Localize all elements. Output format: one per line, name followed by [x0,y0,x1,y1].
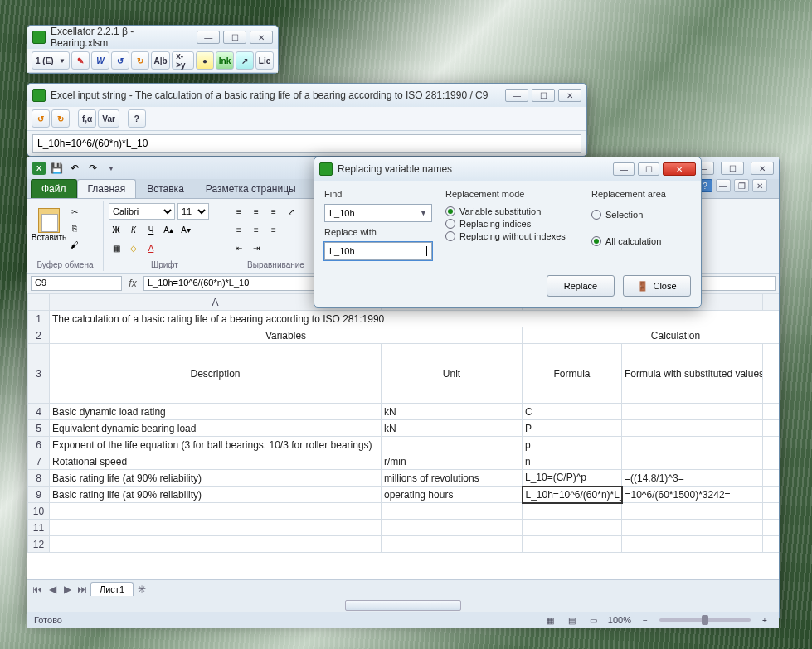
cell[interactable]: Description [50,344,382,404]
undo-icon[interactable]: ↺ [111,51,129,70]
row-header[interactable]: 1 [28,311,50,327]
cell[interactable]: Equivalent dynamic bearing load [50,420,382,437]
cell[interactable]: operating hours [382,487,523,503]
titlebar[interactable]: Replacing variable names — ☐ ✕ [314,157,701,181]
cell[interactable]: Formula with substituted values [622,344,763,404]
row-header[interactable]: 11 [28,520,50,536]
horizontal-scrollbar[interactable] [27,598,779,612]
tool-fa-button[interactable]: f,α [78,109,96,128]
row-header[interactable]: 7 [28,453,50,470]
tab-home[interactable]: Главная [77,179,137,198]
doc-close-button[interactable]: ✕ [752,179,767,192]
paste-button[interactable]: Вставить [32,202,66,247]
tab-insert[interactable]: Вставка [136,179,195,198]
row-header[interactable]: 5 [28,420,50,437]
cell[interactable] [382,536,523,553]
cell[interactable] [382,520,523,536]
align-top-icon[interactable]: ≡ [231,204,246,219]
maximize-button[interactable]: ☐ [532,89,555,102]
row-header[interactable]: 10 [28,503,50,520]
cell[interactable]: The calculation of a basic rating life o… [50,311,780,327]
cell[interactable]: 1500 [763,453,780,470]
fx-icon[interactable]: fx [125,278,140,289]
cell[interactable]: L_10h=10^6/(60*n)*L_10 [523,487,622,503]
font-name-select[interactable]: Calibri [109,203,175,220]
row-header[interactable]: 3 [28,344,50,404]
cell[interactable] [523,536,622,553]
cell[interactable] [382,503,523,520]
bold-button[interactable]: Ж [109,222,124,237]
help-icon[interactable]: ? [128,109,146,128]
replace-with-input[interactable]: L_10h [324,242,432,260]
view-layout-icon[interactable]: ▤ [565,613,580,627]
nav-next-icon[interactable]: ▶ [61,583,74,596]
cell[interactable]: 14.8 [763,404,780,420]
cell[interactable]: Exponent of the life equation (3 for bal… [50,437,382,453]
tool-ab-button[interactable]: A|b [151,51,170,70]
nav-last-icon[interactable]: ⏭ [75,583,89,596]
titlebar[interactable]: Excel input string - The calculation of … [27,84,586,107]
align-middle-icon[interactable]: ≡ [249,204,264,219]
zoom-in-icon[interactable]: + [757,613,772,627]
redo-icon[interactable]: ↻ [51,109,70,128]
cell[interactable] [763,536,780,553]
align-left-icon[interactable]: ≡ [231,222,246,237]
decrease-font-icon[interactable]: A▾ [178,222,193,237]
cut-icon[interactable]: ✂ [67,204,82,219]
nav-first-icon[interactable]: ⏮ [31,583,44,596]
cell[interactable]: =10^6/(60*1500)*3242= [622,487,763,503]
orientation-icon[interactable]: ⤢ [284,204,299,219]
cell[interactable] [622,404,763,420]
cell[interactable]: Calculation [523,327,780,344]
view-break-icon[interactable]: ▭ [586,613,601,627]
italic-button[interactable]: К [126,222,141,237]
replace-button[interactable]: Replace [547,275,615,297]
area-option[interactable]: All calculation [591,236,691,246]
cell[interactable]: Variables [50,327,523,344]
decrease-indent-icon[interactable]: ⇤ [231,240,246,255]
cell[interactable]: L_10=(C/P)^p [523,470,622,487]
cell[interactable] [50,503,382,520]
close-button[interactable]: ✕ [663,162,696,176]
row-header[interactable]: 12 [28,536,50,553]
undo-icon[interactable]: ↶ [67,161,82,176]
mode-option[interactable]: Replacing indices [445,219,578,229]
cell[interactable]: Basic rating life (at 90% reliability) [50,470,382,487]
align-bottom-icon[interactable]: ≡ [266,204,281,219]
border-icon[interactable]: ▦ [109,240,124,255]
cell[interactable]: p [523,437,622,453]
tool-w-button[interactable]: W [91,51,109,70]
cell[interactable] [622,503,763,520]
format-painter-icon[interactable]: 🖌 [67,237,82,252]
sheet-tab[interactable]: Лист1 [90,582,134,596]
cell[interactable] [50,520,382,536]
maximize-button[interactable]: ☐ [721,162,744,175]
font-color-icon[interactable]: A [143,240,158,255]
cell[interactable]: Basic rating life (at 90% reliability) [50,487,382,503]
redo-icon[interactable]: ↻ [131,51,149,70]
spreadsheet-grid[interactable]: ABCDE1The calculation of a basic rating … [27,293,779,579]
cell[interactable] [763,503,780,520]
close-dialog-button[interactable]: 🚪 Close [623,275,691,297]
zoom-out-icon[interactable]: − [638,613,653,627]
formula-input[interactable]: L_10h=10^6/(60*n)*L_10 [32,134,581,153]
row-header[interactable]: 6 [28,437,50,453]
new-sheet-icon[interactable]: ✳ [135,583,148,596]
cell[interactable]: Basic dynamic load rating [50,404,382,420]
underline-button[interactable]: Ч [143,222,158,237]
align-right-icon[interactable]: ≡ [266,222,281,237]
cell[interactable]: millions of revolutions [382,470,523,487]
maximize-button[interactable]: ☐ [638,162,659,176]
col-header[interactable]: E [763,294,780,311]
increase-font-icon[interactable]: A▴ [161,222,176,237]
cell[interactable]: 36019.9 [763,487,780,503]
row-header[interactable]: 2 [28,327,50,344]
row-header[interactable]: 4 [28,404,50,420]
minimize-button[interactable]: — [613,162,635,176]
cell[interactable]: 1 [763,420,780,437]
cell[interactable] [523,520,622,536]
name-box[interactable]: C9 [31,276,122,291]
save-icon[interactable]: 💾 [49,161,64,176]
align-center-icon[interactable]: ≡ [249,222,264,237]
tool-edit-icon[interactable]: ✎ [71,51,90,70]
